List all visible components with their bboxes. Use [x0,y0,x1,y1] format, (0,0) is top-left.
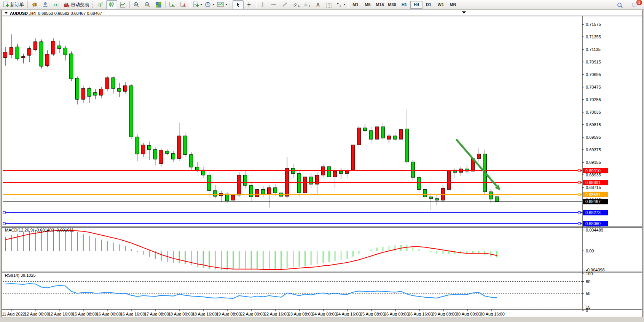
window-menu-icon[interactable] [5,12,8,14]
chart-canvas[interactable]: 0.715750.713550.711350.709150.706950.704… [2,10,642,316]
level-handle[interactable] [578,194,580,196]
candle-body [345,171,349,174]
trendline-button[interactable] [279,0,290,9]
chart-title-bar[interactable]: AUDUSD-,H4 0.68553 0.68582 0.68467 0.684… [5,11,102,16]
equidistant-channel-button[interactable]: E [290,0,301,9]
crosshair-button[interactable] [244,0,255,9]
chart-shift-button[interactable] [178,0,189,9]
level-handle[interactable] [578,181,580,184]
zoom-in-button[interactable] [131,0,142,9]
candle-body [46,54,49,66]
candle-body [261,189,265,194]
candlestick-mode-button[interactable] [106,0,117,9]
signals-button[interactable] [51,0,62,9]
profile-icon [42,2,49,8]
level-price-chip-label: 0.69010 [585,168,601,173]
tab-timeframe-m5[interactable]: M5 [362,1,374,9]
candle-body [231,195,235,200]
date-axis-label: 23 Aug 08:00 [288,312,313,316]
date-axis-label: 18 Aug 00:00 [168,312,193,316]
candle-body [100,89,103,95]
indicators-button[interactable] [191,0,204,9]
price-axis-label: 0.69815 [586,122,601,127]
vertical-line-button[interactable] [257,0,268,9]
level-price-chip-label: 0.68801 [585,180,601,185]
candle-body [340,171,343,173]
auto-scroll-button[interactable] [167,0,178,9]
macd-axis-label: 0.004489 [586,228,603,232]
candle-body [477,154,481,159]
crosshair-icon [246,2,252,8]
tab-timeframe-h1[interactable]: H1 [398,1,410,9]
bar-chart-mode-button[interactable] [95,0,106,9]
candle-body [22,57,25,58]
candle-body [489,192,493,199]
date-axis-label: 19 Aug 08:00 [216,312,241,316]
toolbar-separator [348,1,348,8]
fibonacci-button[interactable]: F [301,0,312,9]
text-label-button[interactable]: T [324,0,335,9]
candle-body [363,128,367,131]
date-axis-label: 25 Aug 08:00 [360,312,385,316]
tab-timeframe-d1[interactable]: D1 [422,1,435,9]
tab-timeframe-mn[interactable]: MN [447,1,459,9]
tab-timeframe-w1[interactable]: W1 [435,1,447,9]
candle-body [4,52,7,58]
horizontal-line-button[interactable] [268,0,279,9]
new-order-button[interactable]: 新订单 [2,0,26,9]
cursor-button[interactable] [233,0,244,9]
macd-axis-label: 0.00 [586,249,594,253]
candle-body [159,150,163,164]
tab-timeframe-m30[interactable]: M30 [386,1,398,9]
date-axis-label: 11 Aug 2022 [2,312,25,316]
level-handle[interactable] [578,222,580,225]
macd-label: MACD(12,26,9) -0.001403 -0.001011 [5,228,74,232]
notifications-button[interactable]: 1 [629,1,640,10]
auto-trading-button[interactable]: 自动交易 [62,0,91,9]
level-handle[interactable] [578,211,580,214]
candle-body [94,92,97,95]
annotation-arrow[interactable] [456,139,497,186]
cursor-arrow-icon [235,2,241,8]
search-button[interactable] [614,1,625,10]
tile-windows-button[interactable] [153,0,164,9]
rsi-label: RSI(14) 39.1025 [5,273,36,278]
price-axis-label: 0.71355 [586,35,601,39]
text-button[interactable]: A [312,0,324,9]
candle-body [357,128,361,145]
candle-body [16,47,19,59]
price-axis-label: 0.70695 [586,72,601,77]
level-handle[interactable] [578,170,580,172]
level-handle[interactable] [3,211,5,214]
level-price-chip-label: 0.68591 [585,192,601,197]
dropdown-arrow-icon [225,4,228,5]
periods-button[interactable] [204,0,216,9]
profile-button[interactable] [40,0,51,9]
candlestick-chart-icon [108,2,115,8]
price-axis-label: 0.70915 [586,60,601,64]
indicators-icon [193,2,199,8]
chart-window: AUDUSD-,H4 0.68553 0.68582 0.68467 0.684… [2,10,642,317]
tab-timeframe-m1[interactable]: M1 [349,1,362,9]
toolbar-separator [165,1,166,8]
templates-button[interactable] [216,0,229,9]
candle-body [429,197,433,199]
tab-timeframe-m15[interactable]: M15 [374,1,386,9]
candle-body [33,42,37,50]
megaphone-button[interactable] [29,0,40,9]
zoom-out-button[interactable] [142,0,153,9]
dropdown-arrow-icon [212,4,215,5]
candle-body [417,178,421,190]
line-chart-mode-button[interactable] [117,0,128,9]
scroll-end-marker-icon[interactable] [462,11,466,14]
candle-body [333,171,337,177]
candle-body [393,136,397,139]
level-handle[interactable] [3,222,5,225]
toolbar-right-group: 1 [614,1,640,10]
arrows-button[interactable] [335,0,347,9]
rsi-axis-label: 50 [586,291,590,296]
rsi-line [5,284,497,298]
candle-body [375,127,379,139]
tab-timeframe-h4[interactable]: H4 [410,1,422,9]
channel-e-glyph: E [298,4,300,8]
